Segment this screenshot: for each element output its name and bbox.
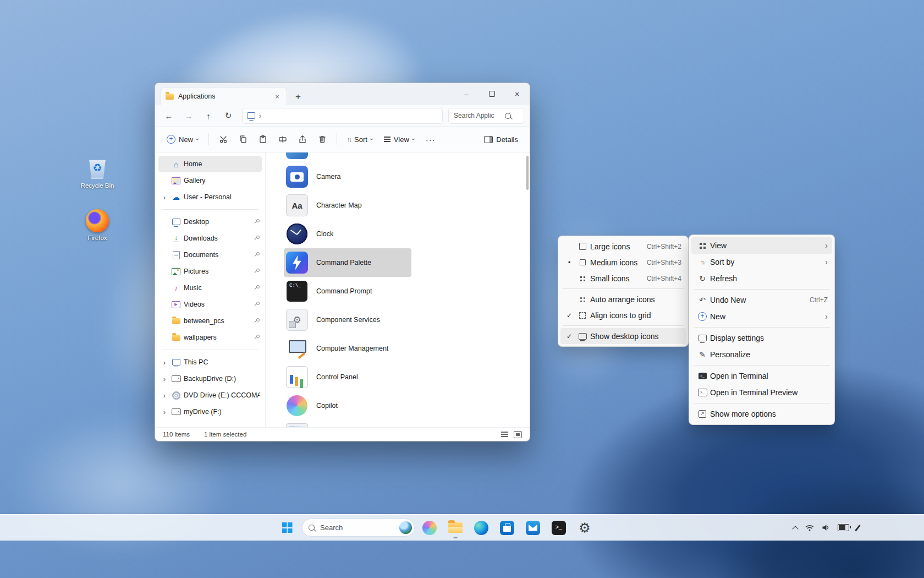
taskbar-search-input[interactable] [319,523,382,532]
tab-close-icon[interactable]: × [272,92,282,101]
taskbar-settings-button[interactable]: ⚙ [574,517,596,539]
battery-icon[interactable] [838,524,849,531]
menu-item-refresh[interactable]: ↻ Refresh [691,270,832,287]
menu-item-medium-icons[interactable]: • Medium icons Ctrl+Shift+3 [560,254,686,270]
menu-item-align-icons-to-grid[interactable]: ✓ Align icons to grid [560,307,686,323]
menu-item-small-icons[interactable]: Small icons Ctrl+Shift+4 [560,270,686,286]
file-item-command-prompt[interactable]: C:\_ Command Prompt [284,277,530,306]
file-item-command-palette[interactable]: Command Palette [284,248,411,277]
display-settings-icon [695,335,710,341]
hidden-icons-chevron[interactable] [792,526,798,532]
explorer-tab-applications[interactable]: Applications × [161,87,287,105]
taskbar-copilot-button[interactable] [419,517,441,539]
explorer-navbar: ← → ↑ ↻ › [155,105,530,127]
menu-item-show-more-options[interactable]: ↗ Show more options [691,406,832,422]
taskbar-search-box[interactable] [302,519,415,537]
menu-item-display-settings[interactable]: Display settings [691,330,832,346]
chevron-right-icon[interactable]: › [161,391,168,400]
file-item-defragment[interactable]: Defragment and Optimize Drives [284,420,530,427]
undo-icon: ↶ [695,296,710,304]
menu-item-sort-by[interactable]: ↑↓ Sort by › [691,254,832,270]
minimize-button[interactable]: – [454,83,479,105]
desktop-icon-firefox[interactable]: Firefox [71,209,124,241]
sidebar-item-between-pcs[interactable]: between_pcs [158,313,262,329]
sidebar-item-mydrive[interactable]: › myDrive (F:) [158,403,262,420]
menu-item-new[interactable]: + New › [691,308,832,325]
paste-button[interactable] [254,130,272,148]
share-button[interactable] [293,130,312,148]
control-panel-icon [286,366,308,388]
address-bar[interactable]: › [242,108,443,124]
sidebar-item-backupdrive[interactable]: › BackupDrive (D:) [158,370,262,387]
menu-item-open-in-terminal-preview[interactable]: >_ Open in Terminal Preview [691,384,832,401]
menu-item-open-in-terminal[interactable]: >_ Open in Terminal [691,368,832,384]
back-button[interactable]: ← [161,108,177,123]
volume-icon[interactable] [822,524,830,531]
details-button[interactable]: Details [479,130,523,148]
start-button[interactable] [276,517,298,539]
maximize-button[interactable] [479,83,504,105]
sidebar-item-dvd-drive[interactable]: › DVD Drive (E:) CCCOMA_X64FR [158,387,262,403]
sidebar-item-home[interactable]: ⌂ Home [158,156,262,172]
menu-item-show-desktop-icons[interactable]: ✓ Show desktop icons [560,328,686,344]
chevron-right-icon[interactable]: › [161,193,168,201]
sidebar-item-desktop[interactable]: Desktop [158,214,262,230]
new-tab-button[interactable]: + [292,91,305,102]
new-button[interactable]: + New › [162,130,204,148]
forward-button[interactable]: → [180,108,197,123]
see-more-button[interactable]: ··· [421,130,441,148]
sidebar-item-documents[interactable]: Documents [158,247,262,263]
scrollbar-thumb[interactable] [526,156,529,190]
search-highlight-icon[interactable] [399,521,412,534]
explorer-search-box[interactable] [448,108,524,124]
menu-item-view[interactable]: View › [691,237,832,254]
sidebar-item-downloads[interactable]: ↓ Downloads [158,230,262,247]
sidebar-item-this-pc[interactable]: › This PC [158,354,262,370]
wifi-icon[interactable] [805,525,814,531]
cut-button[interactable] [214,130,233,148]
menu-separator [694,289,830,290]
close-button[interactable]: × [504,83,530,105]
view-button[interactable]: View › [379,130,420,148]
refresh-button[interactable]: ↻ [220,108,237,123]
file-row-clipped[interactable] [284,152,530,162]
pin-icon [253,285,260,291]
rename-button[interactable] [273,130,292,148]
sidebar-item-gallery[interactable]: Gallery [158,172,262,189]
sidebar-item-videos[interactable]: ▶ Videos [158,296,262,313]
chevron-right-icon[interactable]: › [161,375,168,383]
taskbar-edge-button[interactable] [470,517,492,539]
chevron-right-icon[interactable]: › [161,408,168,416]
menu-item-large-icons[interactable]: Large icons Ctrl+Shift+2 [560,238,686,254]
up-button[interactable]: ↑ [200,108,217,123]
new-icon: + [695,312,710,321]
taskbar-store-button[interactable] [496,517,518,539]
sidebar-item-wallpapers[interactable]: wallpapers [158,329,262,346]
file-item-clock[interactable]: Clock [284,220,530,248]
file-item-camera[interactable]: Camera [284,162,530,191]
submenu-arrow-icon: › [825,312,828,321]
explorer-search-input[interactable] [453,111,502,120]
file-item-character-map[interactable]: Aa Character Map [284,191,530,220]
delete-button[interactable] [313,130,332,148]
sidebar-item-onedrive-personal[interactable]: › ☁ User - Personal [158,189,262,205]
copy-button[interactable] [234,130,252,148]
taskbar-mail-button[interactable] [522,517,544,539]
menu-item-undo-new[interactable]: ↶ Undo New Ctrl+Z [691,292,832,308]
sort-button[interactable]: ↑↓ Sort › [342,130,378,148]
chevron-right-icon[interactable]: › [161,358,168,367]
details-view-toggle-icon[interactable] [501,432,508,433]
file-item-control-panel[interactable]: Control Panel [284,363,530,391]
file-item-component-services[interactable]: ⚙ Component Services [284,306,530,334]
file-item-copilot[interactable]: Copilot [284,391,530,420]
menu-item-personalize[interactable]: ✎ Personalize [691,346,832,363]
sidebar-item-music[interactable]: ♪ Music [158,280,262,296]
menu-item-auto-arrange-icons[interactable]: Auto arrange icons [560,291,686,307]
sidebar-item-pictures[interactable]: Pictures [158,263,262,280]
taskbar-terminal-button[interactable]: >_ [548,517,570,539]
pen-icon[interactable] [854,524,860,531]
desktop-icon-recycle-bin[interactable]: ♻ Recycle Bin [71,156,124,189]
taskbar-file-explorer-button[interactable] [444,517,466,539]
file-item-computer-management[interactable]: Computer Management [284,334,530,363]
large-thumbnail-view-toggle-icon[interactable] [514,431,522,438]
